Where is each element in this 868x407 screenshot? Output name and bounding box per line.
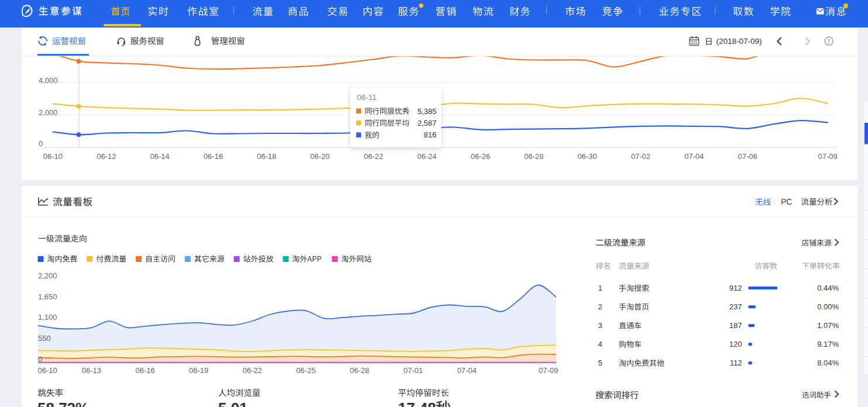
svg-text:4,000: 4,000 bbox=[39, 76, 58, 85]
svg-text:816: 816 bbox=[423, 130, 436, 139]
svg-text:06-10: 06-10 bbox=[38, 366, 57, 375]
svg-text:17.48: 17.48 bbox=[398, 399, 436, 407]
svg-text:5.01: 5.01 bbox=[218, 399, 248, 407]
svg-text:06-16: 06-16 bbox=[135, 366, 154, 375]
svg-text:0.44%: 0.44% bbox=[817, 284, 839, 292]
svg-text:4: 4 bbox=[598, 340, 602, 349]
svg-text:2,200: 2,200 bbox=[38, 271, 57, 280]
svg-text:0.00%: 0.00% bbox=[817, 302, 839, 311]
svg-text:06-20: 06-20 bbox=[311, 152, 330, 161]
svg-text:06-10: 06-10 bbox=[43, 152, 63, 161]
svg-text:58.72%: 58.72% bbox=[37, 399, 89, 407]
svg-text:5: 5 bbox=[598, 358, 602, 367]
svg-text:07-04: 07-04 bbox=[684, 152, 704, 161]
svg-text:06-22: 06-22 bbox=[364, 152, 383, 161]
svg-text:07-09: 07-09 bbox=[539, 366, 558, 375]
svg-text:06-14: 06-14 bbox=[150, 152, 169, 161]
svg-text:1.07%: 1.07% bbox=[817, 321, 839, 330]
svg-text:06-26: 06-26 bbox=[471, 152, 490, 161]
svg-text:550: 550 bbox=[38, 334, 51, 343]
svg-text:0: 0 bbox=[39, 139, 43, 148]
svg-text:8.04%: 8.04% bbox=[817, 358, 839, 367]
svg-text:187: 187 bbox=[729, 321, 742, 330]
svg-text:06-28: 06-28 bbox=[350, 366, 369, 375]
svg-text:06-25: 06-25 bbox=[296, 366, 315, 375]
svg-text:5,385: 5,385 bbox=[418, 107, 437, 116]
svg-text:PC: PC bbox=[781, 197, 792, 206]
svg-text:06-24: 06-24 bbox=[417, 152, 436, 161]
svg-text:3: 3 bbox=[598, 321, 602, 330]
svg-text:06-30: 06-30 bbox=[577, 152, 597, 161]
svg-text:06-19: 06-19 bbox=[189, 366, 208, 375]
svg-text:1: 1 bbox=[598, 284, 602, 292]
svg-text:06-28: 06-28 bbox=[524, 152, 543, 161]
svg-text:2,000: 2,000 bbox=[39, 108, 58, 117]
svg-text:07-04: 07-04 bbox=[457, 366, 476, 375]
svg-text:237: 237 bbox=[729, 302, 742, 311]
svg-text:1,100: 1,100 bbox=[38, 313, 57, 322]
svg-text:120: 120 bbox=[729, 340, 742, 349]
svg-text:06-22: 06-22 bbox=[243, 366, 262, 375]
svg-text:2,587: 2,587 bbox=[418, 119, 437, 127]
svg-text:06-16: 06-16 bbox=[204, 152, 223, 161]
svg-text:07-06: 07-06 bbox=[738, 152, 757, 161]
svg-text:9.17%: 9.17% bbox=[817, 340, 839, 349]
svg-text:06-11: 06-11 bbox=[357, 93, 377, 102]
svg-text:0: 0 bbox=[38, 355, 42, 364]
svg-text:2: 2 bbox=[598, 302, 602, 311]
svg-text:112: 112 bbox=[730, 358, 742, 367]
svg-text:912: 912 bbox=[729, 284, 742, 292]
svg-text:07-02: 07-02 bbox=[631, 152, 650, 161]
svg-text:06-18: 06-18 bbox=[257, 152, 276, 161]
svg-text:06-13: 06-13 bbox=[82, 366, 101, 375]
svg-text:1,650: 1,650 bbox=[38, 292, 57, 301]
svg-text:(2018-07-09): (2018-07-09) bbox=[717, 37, 762, 46]
svg-text:06-12: 06-12 bbox=[97, 152, 116, 161]
svg-text:07-09: 07-09 bbox=[818, 152, 837, 161]
svg-text:07-01: 07-01 bbox=[404, 366, 423, 375]
